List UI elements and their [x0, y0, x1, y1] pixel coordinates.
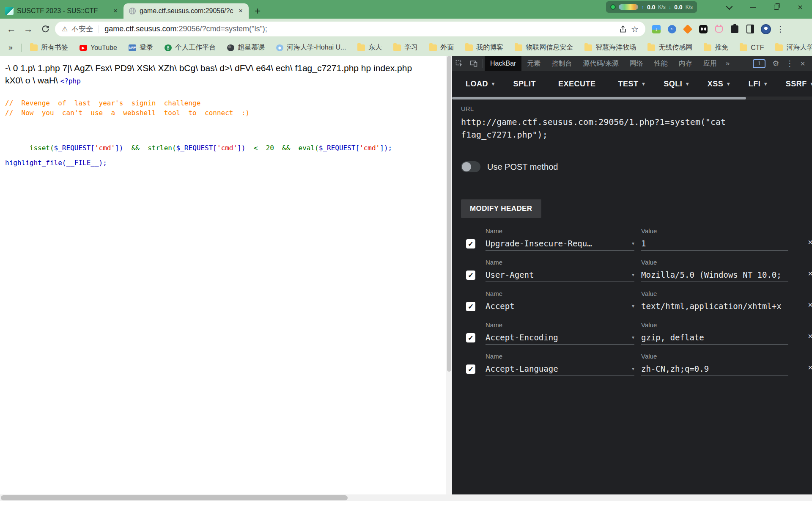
devtools-tab[interactable]: 控制台	[546, 56, 577, 71]
dropdown-caret-icon[interactable]: ▾	[632, 240, 634, 246]
header-enabled-checkbox[interactable]: ✓	[466, 271, 475, 280]
header-name-field[interactable]: Accept-Encoding ▾	[486, 330, 634, 345]
device-toolbar-button[interactable]	[466, 56, 481, 71]
dropdown-caret-icon[interactable]: ▾	[632, 334, 634, 340]
tab-close-icon[interactable]: ×	[238, 7, 244, 15]
cat-extension-icon[interactable]	[714, 24, 724, 34]
share-button[interactable]	[619, 25, 627, 33]
remove-header-button[interactable]: ×	[808, 331, 812, 341]
hackbar-menu-item[interactable]: SPLIT	[513, 80, 540, 88]
profile-avatar[interactable]	[761, 24, 771, 34]
forward-button[interactable]: →	[21, 22, 36, 36]
modify-header-button[interactable]: MODIFY HEADER	[461, 199, 541, 218]
bookmark-item[interactable]: CTF	[740, 44, 764, 52]
bookmark-item[interactable]: 东大	[357, 43, 382, 52]
header-enabled-checkbox[interactable]: ✓	[466, 302, 475, 311]
header-value-field[interactable]: 1	[641, 236, 788, 251]
dropdown-caret-icon[interactable]: ▾	[632, 303, 634, 309]
hackbar-menu-item[interactable]: SQLI ▾	[664, 80, 689, 88]
new-tab-button[interactable]: +	[249, 3, 266, 19]
post-method-toggle[interactable]	[461, 161, 480, 172]
remove-header-button[interactable]: ×	[808, 269, 812, 279]
minimize-button[interactable]	[741, 0, 765, 14]
bookmark-item[interactable]: 物联网信息安全	[515, 43, 573, 52]
hackbar-menu-item[interactable]: SSRF ▾	[786, 80, 812, 88]
devtools-settings-gear-icon[interactable]: ⚙	[772, 59, 779, 68]
bookmark-item[interactable]: 智慧海洋牧场	[584, 43, 636, 52]
bookmark-item[interactable]: 个人工作平台	[165, 43, 216, 52]
security-label[interactable]: 不安全	[71, 24, 93, 34]
page-vertical-scrollbar[interactable]	[446, 56, 452, 494]
hackbar-menu-item[interactable]: LFI ▾	[749, 80, 767, 88]
header-enabled-checkbox[interactable]: ✓	[466, 239, 475, 248]
devtools-tab[interactable]: 网络	[624, 56, 649, 71]
browser-menu-kebab-icon[interactable]: ⋮	[776, 24, 785, 34]
reload-button[interactable]	[38, 22, 52, 36]
tab-close-icon[interactable]: ×	[112, 7, 118, 15]
all-bookmarks-item[interactable]: 所有书签	[30, 43, 68, 52]
header-value-field[interactable]: gzip, deflate	[641, 330, 788, 345]
horizontal-scroll-thumb[interactable]	[1, 495, 348, 500]
devtools-tab[interactable]: 内存	[673, 56, 698, 71]
hackbar-menu-item[interactable]: XSS ▾	[708, 80, 730, 88]
devtools-tab[interactable]: 元素	[521, 56, 546, 71]
hackbar-menu-item[interactable]: LOAD ▾	[466, 80, 495, 88]
address-bar[interactable]: ⚠ 不安全 game.ctf.seusus.com:29056/?cmd=sys…	[55, 22, 645, 36]
header-enabled-checkbox[interactable]: ✓	[466, 364, 475, 374]
remove-header-button[interactable]: ×	[808, 237, 812, 247]
tab-game-ctf[interactable]: game.ctf.seusus.com:29056/?c ×	[123, 3, 249, 19]
panda-extension-icon[interactable]	[698, 24, 708, 34]
devtools-close-icon[interactable]: ×	[800, 59, 805, 69]
vertical-scroll-thumb[interactable]	[447, 56, 451, 372]
bookmark-item[interactable]: 无线传感网	[647, 43, 692, 52]
page-horizontal-scrollbar[interactable]	[0, 494, 812, 501]
blue-wave-extension-icon[interactable]: ≈	[667, 24, 677, 34]
dropdown-caret-icon[interactable]: ▾	[632, 272, 634, 278]
bookmark-item[interactable]: 超星慕课	[227, 43, 265, 52]
header-value-field[interactable]: text/html,application/xhtml+x	[641, 299, 788, 313]
bookmark-item[interactable]: 河海大学-Hohai U...	[276, 43, 346, 52]
bookmark-item[interactable]: 学习	[393, 43, 418, 52]
more-tabs-chevron[interactable]: »	[722, 59, 733, 68]
header-name-field[interactable]: Upgrade-Insecure-Requ… ▾	[486, 236, 634, 251]
remove-header-button[interactable]: ×	[808, 363, 812, 373]
devtools-tab[interactable]: HackBar	[485, 56, 521, 71]
bookmark-item[interactable]: 推免	[704, 43, 728, 52]
header-enabled-checkbox[interactable]: ✓	[466, 333, 475, 342]
bookmark-item[interactable]: YouTube	[80, 44, 117, 52]
console-messages-badge[interactable]: 1	[753, 59, 765, 68]
extensions-puzzle-icon[interactable]	[730, 24, 740, 34]
bookmark-item[interactable]: 河海大学	[775, 43, 812, 52]
header-value-field[interactable]: zh-CN,zh;q=0.9	[641, 362, 788, 376]
hackbar-menu-item[interactable]: TEST ▾	[618, 80, 645, 88]
header-name-field[interactable]: Accept-Language ▾	[486, 362, 634, 376]
download-manager-extension-icon[interactable]: ↓	[651, 24, 661, 34]
hackbar-menu-item[interactable]: EXECUTE	[558, 80, 600, 88]
fox-extension-icon[interactable]	[683, 24, 693, 34]
dropdown-caret-icon[interactable]: ▾	[632, 366, 634, 372]
side-panel-icon[interactable]	[745, 24, 755, 34]
security-warning-icon[interactable]: ⚠	[62, 25, 68, 33]
devtools-tab[interactable]: 源代码/来源	[577, 56, 624, 71]
bookmark-item[interactable]: 外面	[429, 43, 454, 52]
bookmarks-overflow-chevron[interactable]: »	[8, 43, 13, 52]
remove-header-button[interactable]: ×	[808, 300, 812, 310]
devtools-tab[interactable]: 应用	[698, 56, 722, 71]
devtools-menu-kebab-icon[interactable]: ⋮	[786, 59, 793, 68]
tab-susctf[interactable]: SUSCTF 2023 - SUS::CTF ×	[0, 3, 123, 19]
inspect-element-button[interactable]	[452, 56, 466, 71]
bookmark-item[interactable]: 我的博客	[465, 43, 503, 52]
bookmark-item[interactable]: 登录	[129, 43, 153, 52]
bookmark-star-icon[interactable]: ☆	[631, 24, 639, 34]
hackbar-url-input[interactable]: http://game.ctf.seusus.com:29056/1.php?1…	[461, 116, 757, 141]
header-name-field[interactable]: User-Agent ▾	[486, 268, 634, 282]
window-chevron-button[interactable]	[717, 0, 741, 14]
header-name-field[interactable]: Accept ▾	[486, 299, 634, 313]
hackbar-toolbar-scrollbar[interactable]	[452, 97, 812, 100]
header-value-field[interactable]: Mozilla/5.0 (Windows NT 10.0;	[641, 268, 788, 282]
url-text[interactable]: game.ctf.seusus.com:29056/?cmd=system("l…	[104, 25, 615, 33]
restore-button[interactable]	[765, 0, 788, 14]
close-window-button[interactable]: ×	[788, 0, 812, 14]
back-button[interactable]: ←	[4, 22, 19, 36]
horizontal-scroll-thumb[interactable]	[452, 97, 746, 99]
